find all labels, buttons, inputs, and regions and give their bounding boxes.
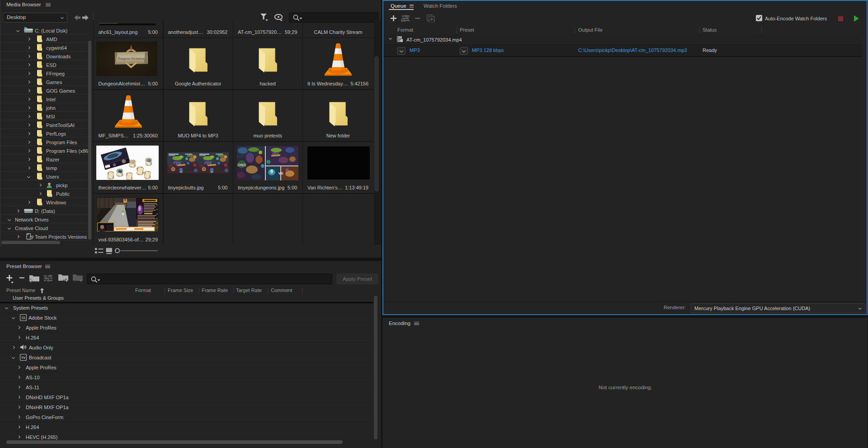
svg-text:Dungeon Alchemist: Dungeon Alchemist [118,57,145,61]
svg-text:VS: VS [278,171,283,175]
svg-text:TV: TV [21,356,26,360]
svg-text:ONS: ONS [237,163,246,167]
svg-text:St: St [21,316,25,320]
